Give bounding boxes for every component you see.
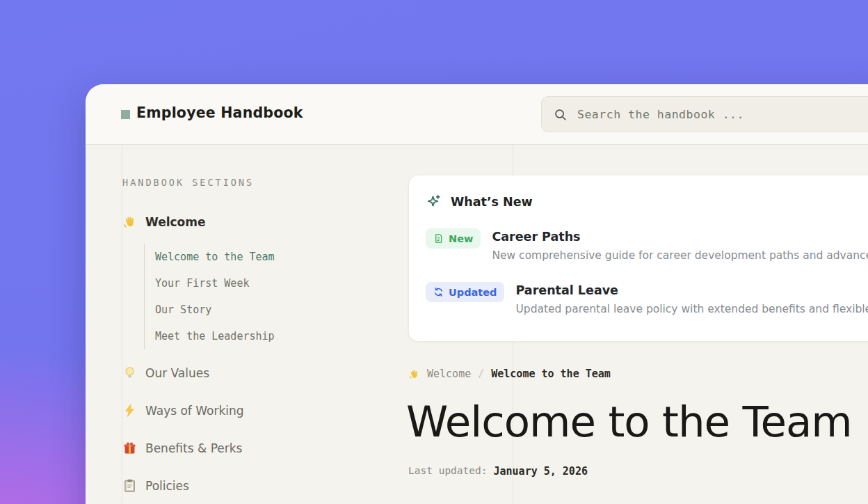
sidebar-subitem-meet-the-leadership[interactable]: Meet the Leadership [155,329,275,344]
sidebar-item-policies[interactable]: Policies [122,478,189,493]
whats-new-card: What’s New New Career Paths New comprehe… [408,175,868,342]
updated-badge: Updated [426,282,504,302]
sidebar-item-label: Policies [145,479,189,493]
refresh-icon [433,287,444,297]
whats-new-item-title: Parental Leave [515,282,868,299]
breadcrumb-separator: / [478,368,484,380]
sidebar-item-welcome[interactable]: Welcome [122,214,206,229]
sidebar-item-our-values[interactable]: Our Values [122,365,209,380]
sidebar-subitem-our-story[interactable]: Our Story [155,302,275,317]
bulb-icon [122,365,137,380]
window-body: HANDBOOK SECTIONS Welcome Welcome to the… [86,145,868,504]
sidebar-item-label: Benefits & Perks [145,441,242,455]
breadcrumb: Welcome / Welcome to the Team [408,368,611,380]
zap-icon [122,403,137,418]
app-header: Employee Handbook [86,84,868,145]
breadcrumb-page: Welcome to the Team [491,368,611,380]
search-bar[interactable] [541,96,868,132]
app-window: Employee Handbook HANDBOOK SECTIONS Welc [86,84,868,504]
wave-icon [122,214,137,229]
whats-new-item-title: Career Paths [492,228,868,245]
whats-new-item-description: New comprehensive guide for career devel… [492,249,868,262]
whats-new-item[interactable]: New Career Paths New comprehensive guide… [426,228,868,262]
breadcrumb-section[interactable]: Welcome [427,368,471,380]
sidebar-item-label: Welcome [145,215,206,229]
sidebar-subitem-welcome-to-the-team[interactable]: Welcome to the Team [155,249,275,265]
sidebar-heading: HANDBOOK SECTIONS [122,177,254,188]
whats-new-item[interactable]: Updated Parental Leave Updated parental … [426,282,868,315]
sidebar-item-label: Ways of Working [145,404,244,418]
app-logo [121,110,130,119]
file-text-icon [433,233,444,244]
last-updated-value: January 5, 2026 [494,465,588,478]
sidebar-subitem-your-first-week[interactable]: Your First Week [155,276,275,291]
badge-label: New [449,233,473,244]
sparkles-icon [426,194,442,210]
sidebar-item-label: Our Values [145,366,209,380]
new-badge: New [426,228,481,249]
last-updated: Last updated: January 5, 2026 [408,465,588,478]
page-title: Welcome to the Team [406,397,852,446]
search-icon [554,108,567,121]
whats-new-title: What’s New [451,195,533,209]
sidebar-item-benefits-perks[interactable]: Benefits & Perks [122,441,242,455]
app-title: Employee Handbook [136,104,303,121]
badge-label: Updated [449,287,497,298]
search-input[interactable] [576,107,868,122]
whats-new-item-description: Updated parental leave policy with exten… [515,303,868,315]
sidebar-sublist: Welcome to the Team Your First Week Our … [144,244,275,349]
gift-icon [122,441,137,455]
clipboard-icon [122,478,137,493]
last-updated-label: Last updated: [408,465,488,478]
wave-icon [408,368,420,380]
sidebar-item-ways-of-working[interactable]: Ways of Working [122,403,244,418]
